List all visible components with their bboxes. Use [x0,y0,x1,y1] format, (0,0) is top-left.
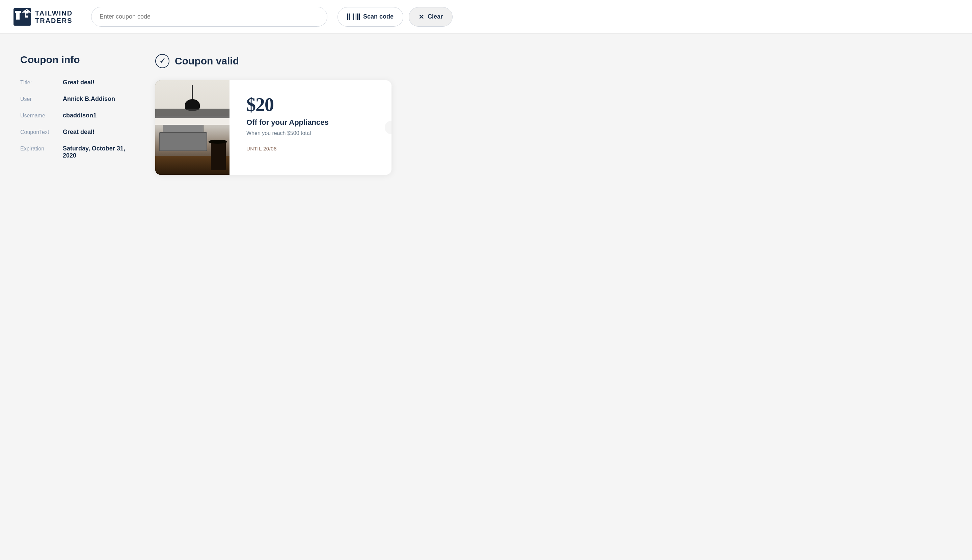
barcode-icon [347,13,360,20]
coupon-description: Off for your Appliances [246,118,375,127]
info-row-user: User Annick B.Addison [20,95,135,103]
logo: TAILWIND TRADERS [13,8,81,26]
header-buttons: Scan code ✕ Clear [337,7,453,27]
valid-title: Coupon valid [175,55,239,67]
value-user: Annick B.Addison [63,95,115,103]
value-username: cbaddison1 [63,112,97,119]
coupon-image [155,80,229,175]
info-row-username: Username cbaddison1 [20,112,135,119]
coupon-info-title: Coupon info [20,54,135,65]
logo-line1: TAILWIND [35,10,73,17]
logo-icon [13,8,31,26]
label-user: User [20,96,57,102]
label-title: Title: [20,80,57,86]
clear-icon: ✕ [419,13,424,21]
coupon-info-panel: Coupon info Title: Great deal! User Anni… [20,54,135,175]
label-username: Username [20,113,57,119]
info-row-coupontext: CouponText Great deal! [20,128,135,136]
clear-button[interactable]: ✕ Clear [409,7,453,27]
coupon-condition: When you reach $500 total [246,130,375,136]
coupon-card-content: $20 Off for your Appliances When you rea… [229,80,391,175]
info-row-expiration: Expiration Saturday, October 31, 2020 [20,145,135,159]
valid-header: ✓ Coupon valid [155,54,452,68]
kitchen-photo [155,80,229,175]
coupon-card: $20 Off for your Appliances When you rea… [155,80,391,175]
coupon-code-input[interactable] [91,7,327,27]
header: TAILWIND TRADERS Scan code ✕ Clear [0,0,972,34]
svg-rect-2 [16,13,20,20]
value-title: Great deal! [63,79,95,86]
main-content: Coupon info Title: Great deal! User Anni… [0,34,473,195]
coupon-valid-panel: ✓ Coupon valid [155,54,452,175]
value-coupontext: Great deal! [63,128,95,136]
coupon-expiry: UNTIL 20/08 [246,146,375,152]
scan-code-button[interactable]: Scan code [337,7,403,27]
clear-label: Clear [428,13,443,20]
label-coupontext: CouponText [20,129,57,135]
coupon-amount: $20 [246,94,375,115]
logo-line2: TRADERS [35,17,73,24]
svg-rect-1 [15,11,21,13]
coupon-input-wrapper [91,7,327,27]
valid-check-icon: ✓ [155,54,169,68]
checkmark-icon: ✓ [159,57,165,65]
value-expiration: Saturday, October 31, 2020 [63,145,135,159]
label-expiration: Expiration [20,146,57,152]
svg-rect-4 [26,13,28,15]
logo-text: TAILWIND TRADERS [35,10,73,24]
info-row-title: Title: Great deal! [20,79,135,86]
scan-code-label: Scan code [363,13,394,20]
